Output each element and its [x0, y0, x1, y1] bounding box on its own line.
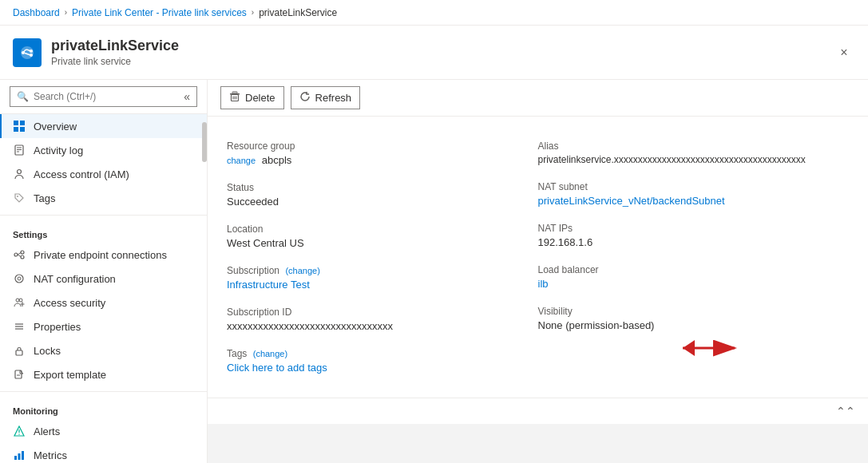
sidebar-item-locks[interactable]: Locks [0, 338, 207, 362]
resource-title: privateLinkService [51, 38, 179, 54]
close-button[interactable]: × [833, 42, 855, 64]
visibility-label: Visibility [538, 306, 850, 317]
collapse-button[interactable]: ⌃⌃ [836, 405, 855, 417]
export-template-icon [13, 368, 26, 381]
search-box[interactable]: 🔍 « [10, 86, 197, 107]
location-label: Location [227, 224, 538, 235]
sidebar-search-container: 🔍 « [0, 80, 207, 114]
nat-ips-value: 192.168.1.6 [538, 236, 850, 248]
sidebar-item-properties[interactable]: Properties [0, 315, 207, 338]
nat-subnet-label: NAT subnet [538, 181, 850, 192]
resource-group-name: abcpls [262, 154, 292, 166]
sidebar-export-template-label: Export template [34, 369, 106, 381]
breadcrumb-sep-1: › [65, 8, 67, 17]
sidebar-alerts-label: Alerts [34, 425, 60, 437]
subscription-value: Infrastructure Test [227, 279, 538, 291]
svg-rect-5 [20, 121, 25, 125]
red-arrow-annotation [679, 332, 751, 366]
svg-point-19 [15, 275, 23, 283]
svg-point-16 [21, 255, 24, 259]
svg-rect-34 [18, 453, 21, 460]
properties-icon [13, 320, 26, 333]
tags-add-link[interactable]: Click here to add tags [227, 362, 327, 374]
sidebar-divider-2 [0, 391, 207, 392]
resource-subtitle: Private link service [51, 56, 179, 67]
delete-button[interactable]: Delete [220, 86, 284, 109]
svg-point-20 [18, 277, 21, 280]
resource-group-change[interactable]: change [227, 156, 256, 165]
tags-change-link[interactable]: (change) [253, 349, 287, 358]
sidebar-item-alerts[interactable]: Alerts [0, 419, 207, 443]
svg-line-18 [18, 255, 21, 257]
locks-icon [13, 344, 26, 357]
tags-label: Tags (change) [227, 348, 538, 359]
nat-subnet-item: NAT subnet privateLinkService_vNet/backe… [538, 173, 850, 215]
overview-panel: Resource group change abcpls Status Succ… [208, 117, 868, 398]
svg-point-13 [17, 196, 18, 197]
breadcrumb-sep-2: › [252, 8, 254, 17]
settings-section-label: Settings [0, 220, 207, 243]
breadcrumb-bar: Dashboard › Private Link Center - Privat… [0, 0, 868, 26]
overview-icon [13, 120, 26, 133]
nat-subnet-value: privateLinkService_vNet/backendSubnet [538, 195, 850, 207]
breadcrumb-dashboard[interactable]: Dashboard [13, 7, 60, 18]
sidebar-private-endpoint-label: Private endpoint connections [34, 249, 167, 261]
svg-point-12 [18, 170, 22, 174]
monitoring-section-label: Monitoring [0, 397, 207, 419]
load-balancer-item: Load balancer ilb [538, 256, 850, 298]
collapse-icon[interactable]: « [184, 90, 190, 103]
svg-point-21 [16, 299, 19, 302]
svg-line-17 [18, 253, 21, 255]
sidebar-nat-config-label: NAT configuration [34, 273, 116, 285]
resource-info: privateLinkService Private link service [51, 38, 179, 67]
toolbar: Delete Refresh [208, 80, 868, 117]
load-balancer-link[interactable]: ilb [538, 278, 549, 290]
nat-config-icon [13, 272, 26, 285]
alias-label: Alias [538, 140, 850, 152]
svg-point-2 [30, 49, 33, 53]
sidebar-item-export-template[interactable]: Export template [0, 362, 207, 386]
collapse-bar: ⌃⌃ [208, 398, 868, 424]
svg-rect-28 [16, 350, 22, 355]
resource-group-value: change abcpls [227, 154, 538, 166]
status-label: Status [227, 182, 538, 193]
sidebar-item-access-control[interactable]: Access control (IAM) [0, 162, 207, 186]
sidebar-item-private-endpoint[interactable]: Private endpoint connections [0, 243, 207, 267]
tags-icon [13, 192, 26, 204]
svg-rect-4 [14, 121, 18, 125]
sidebar-item-tags[interactable]: Tags [0, 186, 207, 210]
tags-item: Tags (change) Click here to add tags [227, 340, 538, 382]
subscription-id-value: xxxxxxxxxxxxxxxxxxxxxxxxxxxxxxxx [227, 320, 538, 332]
sidebar-access-control-label: Access control (IAM) [34, 168, 129, 180]
sidebar-item-nat-config[interactable]: NAT configuration [0, 267, 207, 291]
access-security-icon [13, 296, 26, 309]
resource-group-label: Resource group [227, 140, 538, 152]
sidebar-access-security-label: Access security [34, 297, 105, 309]
visibility-value: None (permission-based) [538, 319, 850, 331]
search-input[interactable] [34, 91, 179, 102]
alerts-icon [13, 425, 26, 437]
svg-rect-7 [20, 127, 25, 132]
sidebar-item-overview[interactable]: Overview [0, 114, 207, 138]
search-icon: 🔍 [17, 91, 29, 102]
svg-point-1 [22, 51, 25, 54]
status-item: Status Succeeded [227, 174, 538, 216]
location-value: West Central US [227, 237, 538, 249]
subscription-change-link[interactable]: (change) [285, 266, 319, 275]
nat-subnet-link[interactable]: privateLinkService_vNet/backendSubnet [538, 195, 725, 207]
sidebar-item-activity-log[interactable]: Activity log [0, 138, 207, 162]
nat-ips-label: NAT IPs [538, 223, 850, 234]
metrics-icon [13, 449, 26, 461]
sidebar-item-access-security[interactable]: Access security [0, 291, 207, 315]
breadcrumb-current: privateLinkService [259, 7, 337, 18]
subscription-name-link[interactable]: Infrastructure Test [227, 279, 310, 291]
sidebar-item-metrics[interactable]: Metrics [0, 443, 207, 463]
breadcrumb: Dashboard › Private Link Center - Privat… [13, 7, 337, 18]
sidebar-divider-1 [0, 215, 207, 216]
sidebar-tags-label: Tags [34, 192, 55, 204]
refresh-button[interactable]: Refresh [291, 86, 361, 109]
breadcrumb-private-link[interactable]: Private Link Center - Private link servi… [72, 7, 247, 18]
resource-icon [13, 38, 42, 67]
svg-point-15 [21, 251, 24, 254]
tags-add-value: Click here to add tags [227, 362, 538, 374]
